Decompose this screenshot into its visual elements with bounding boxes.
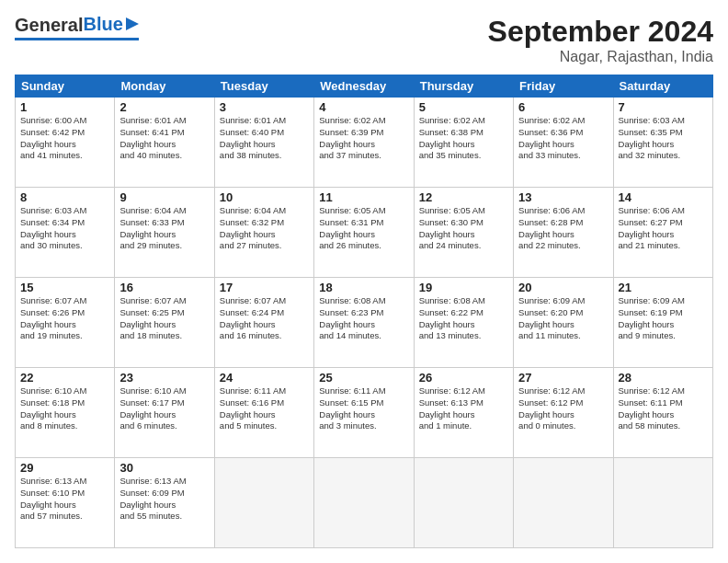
calendar-cell: 30Sunrise: 6:13 AMSunset: 6:09 PMDayligh… — [115, 458, 214, 548]
daylight-label: Daylight hours — [518, 229, 574, 239]
sunset-text: Sunset: 6:39 PM — [319, 127, 383, 137]
sunrise-text: Sunrise: 6:07 AM — [20, 295, 86, 305]
daylight-value: and 57 minutes. — [20, 511, 83, 521]
sunset-text: Sunset: 6:13 PM — [419, 397, 483, 408]
day-number: 22 — [20, 371, 109, 385]
calendar-cell — [214, 458, 313, 548]
calendar-cell: 15Sunrise: 6:07 AMSunset: 6:26 PMDayligh… — [16, 278, 115, 368]
day-number: 30 — [119, 461, 209, 475]
daylight-value: and 33 minutes. — [518, 150, 581, 160]
sunrise-text: Sunrise: 6:08 AM — [319, 295, 385, 305]
day-info: Sunrise: 6:09 AMSunset: 6:20 PMDaylight … — [518, 295, 608, 342]
daylight-value: and 37 minutes. — [319, 150, 381, 160]
day-number: 10 — [220, 190, 309, 204]
day-info: Sunrise: 6:08 AMSunset: 6:22 PMDaylight … — [419, 295, 508, 342]
sunrise-text: Sunrise: 6:11 AM — [220, 385, 286, 396]
calendar-week-row: 29Sunrise: 6:13 AMSunset: 6:10 PMDayligh… — [16, 458, 713, 548]
daylight-value: and 32 minutes. — [619, 150, 681, 160]
sunset-text: Sunset: 6:23 PM — [319, 307, 383, 317]
day-number: 5 — [419, 100, 508, 114]
sunset-text: Sunset: 6:33 PM — [119, 217, 184, 227]
daylight-label: Daylight hours — [119, 229, 176, 239]
sunrise-text: Sunrise: 6:12 AM — [518, 385, 585, 396]
calendar-week-row: 15Sunrise: 6:07 AMSunset: 6:26 PMDayligh… — [16, 278, 713, 368]
daylight-value: and 29 minutes. — [119, 240, 182, 250]
sunrise-text: Sunrise: 6:01 AM — [119, 115, 186, 125]
day-info: Sunrise: 6:09 AMSunset: 6:19 PMDaylight … — [619, 295, 708, 342]
calendar-cell — [514, 458, 613, 548]
sunset-text: Sunset: 6:35 PM — [619, 127, 683, 137]
sunrise-text: Sunrise: 6:10 AM — [119, 385, 186, 396]
daylight-label: Daylight hours — [319, 229, 375, 239]
daylight-value: and 13 minutes. — [419, 330, 482, 340]
daylight-value: and 14 minutes. — [319, 330, 381, 340]
daylight-value: and 21 minutes. — [619, 240, 681, 250]
sunset-text: Sunset: 6:19 PM — [619, 307, 683, 317]
day-info: Sunrise: 6:02 AMSunset: 6:39 PMDaylight … — [319, 115, 408, 162]
daylight-label: Daylight hours — [419, 229, 475, 239]
day-info: Sunrise: 6:11 AMSunset: 6:16 PMDaylight … — [220, 385, 309, 432]
sunrise-text: Sunrise: 6:07 AM — [220, 295, 286, 305]
calendar-cell: 27Sunrise: 6:12 AMSunset: 6:12 PMDayligh… — [514, 368, 613, 458]
day-info: Sunrise: 6:08 AMSunset: 6:23 PMDaylight … — [319, 295, 408, 342]
sunset-text: Sunset: 6:16 PM — [220, 397, 284, 408]
daylight-value: and 40 minutes. — [119, 150, 182, 160]
sunrise-text: Sunrise: 6:06 AM — [518, 205, 585, 215]
day-info: Sunrise: 6:04 AMSunset: 6:33 PMDaylight … — [119, 205, 209, 252]
calendar-cell: 17Sunrise: 6:07 AMSunset: 6:24 PMDayligh… — [214, 278, 313, 368]
calendar-cell: 12Sunrise: 6:05 AMSunset: 6:30 PMDayligh… — [414, 188, 513, 278]
daylight-label: Daylight hours — [419, 319, 475, 329]
sunrise-text: Sunrise: 6:02 AM — [419, 115, 485, 125]
sunrise-text: Sunrise: 6:00 AM — [20, 115, 86, 125]
logo-arrow-icon — [126, 17, 139, 34]
sunrise-text: Sunrise: 6:13 AM — [20, 476, 86, 486]
calendar-cell: 18Sunrise: 6:08 AMSunset: 6:23 PMDayligh… — [314, 278, 414, 368]
daylight-label: Daylight hours — [619, 319, 675, 329]
calendar-table: Sunday Monday Tuesday Wednesday Thursday… — [15, 75, 713, 548]
daylight-value: and 27 minutes. — [220, 240, 282, 250]
day-info: Sunrise: 6:12 AMSunset: 6:11 PMDaylight … — [619, 385, 708, 432]
daylight-value: and 58 minutes. — [619, 420, 681, 431]
col-friday: Friday — [514, 75, 613, 98]
title-section: September 2024 Nagar, Rajasthan, India — [488, 15, 713, 65]
day-info: Sunrise: 6:12 AMSunset: 6:12 PMDaylight … — [518, 385, 608, 432]
daylight-label: Daylight hours — [119, 409, 176, 419]
day-number: 12 — [419, 190, 508, 204]
daylight-label: Daylight hours — [20, 139, 76, 149]
calendar-cell: 5Sunrise: 6:02 AMSunset: 6:38 PMDaylight… — [414, 98, 513, 188]
calendar-header-row: Sunday Monday Tuesday Wednesday Thursday… — [16, 75, 713, 98]
day-number: 1 — [20, 100, 109, 114]
daylight-value: and 35 minutes. — [419, 150, 482, 160]
daylight-value: and 0 minutes. — [518, 420, 575, 431]
daylight-label: Daylight hours — [220, 139, 276, 149]
sunset-text: Sunset: 6:28 PM — [518, 217, 583, 227]
sunrise-text: Sunrise: 6:01 AM — [220, 115, 286, 125]
daylight-label: Daylight hours — [20, 229, 76, 239]
logo-general-text: General — [15, 15, 83, 36]
sunset-text: Sunset: 6:38 PM — [419, 127, 483, 137]
daylight-value: and 6 minutes. — [119, 420, 176, 431]
col-tuesday: Tuesday — [214, 75, 313, 98]
daylight-label: Daylight hours — [319, 139, 375, 149]
day-info: Sunrise: 6:07 AMSunset: 6:26 PMDaylight … — [20, 295, 109, 342]
calendar-week-row: 8Sunrise: 6:03 AMSunset: 6:34 PMDaylight… — [16, 188, 713, 278]
daylight-label: Daylight hours — [419, 139, 475, 149]
day-info: Sunrise: 6:07 AMSunset: 6:24 PMDaylight … — [220, 295, 309, 342]
sunrise-text: Sunrise: 6:06 AM — [619, 205, 685, 215]
daylight-value: and 41 minutes. — [20, 150, 83, 160]
col-wednesday: Wednesday — [314, 75, 414, 98]
sunrise-text: Sunrise: 6:03 AM — [20, 205, 86, 215]
daylight-label: Daylight hours — [20, 500, 76, 510]
calendar-cell: 20Sunrise: 6:09 AMSunset: 6:20 PMDayligh… — [514, 278, 613, 368]
sunrise-text: Sunrise: 6:02 AM — [518, 115, 585, 125]
calendar-cell: 2Sunrise: 6:01 AMSunset: 6:41 PMDaylight… — [115, 98, 214, 188]
daylight-label: Daylight hours — [20, 319, 76, 329]
day-number: 28 — [619, 371, 708, 385]
daylight-label: Daylight hours — [319, 409, 375, 419]
sunrise-text: Sunrise: 6:12 AM — [619, 385, 685, 396]
sunset-text: Sunset: 6:27 PM — [619, 217, 683, 227]
sunrise-text: Sunrise: 6:11 AM — [319, 385, 385, 396]
sunrise-text: Sunrise: 6:12 AM — [419, 385, 485, 396]
calendar-cell: 24Sunrise: 6:11 AMSunset: 6:16 PMDayligh… — [214, 368, 313, 458]
daylight-value: and 1 minute. — [419, 420, 472, 431]
